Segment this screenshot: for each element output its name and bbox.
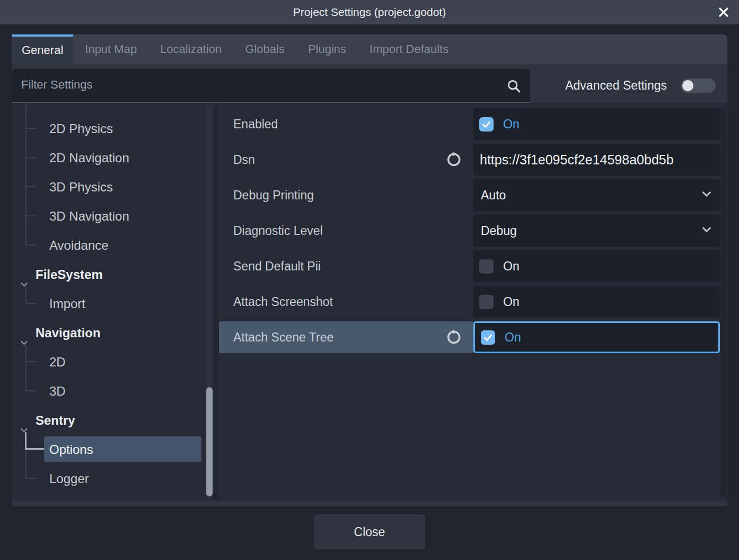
panels-region: 2D Physics 2D Navigation 3D Physics 3D N… — [12, 103, 727, 501]
setting-row-attach-screenshot: Attach Screenshot On — [219, 286, 720, 318]
setting-label: Attach Scene Tree — [233, 330, 446, 345]
scrollbar-thumb[interactable] — [206, 387, 213, 496]
revert-icon[interactable] — [446, 152, 462, 168]
close-icon[interactable] — [717, 5, 731, 19]
highlighted-label-area: Attach Scene Tree — [219, 321, 473, 353]
advanced-settings-area: Advanced Settings — [565, 69, 727, 93]
spacer — [0, 24, 739, 34]
setting-label: Debug Printing — [233, 188, 467, 203]
advanced-settings-label: Advanced Settings — [565, 78, 667, 93]
setting-label: Send Default Pii — [233, 259, 467, 274]
setting-row-dsn: Dsn https://3f1e095cf2e14598a0bd5b — [219, 144, 720, 176]
setting-label: Attach Screenshot — [233, 295, 467, 309]
setting-row-debug-printing: Debug Printing Auto — [219, 179, 720, 211]
general-tab-panel: Advanced Settings — [12, 64, 727, 506]
setting-row-attach-scene-tree: Attach Scene Tree — [219, 321, 720, 353]
tab-bar: General Input Map Localization Globals P… — [12, 34, 727, 64]
tab-localization[interactable]: Localization — [148, 34, 233, 64]
filter-row: Advanced Settings — [12, 64, 727, 103]
tree-item-avoidance[interactable]: Avoidance — [12, 231, 214, 260]
setting-label: Diagnostic Level — [233, 224, 467, 238]
send-default-pii-checkbox[interactable] — [479, 259, 494, 274]
checkbox-state-label: On — [503, 295, 520, 309]
tab-input-map[interactable]: Input Map — [73, 34, 148, 64]
tree-item-import[interactable]: Import — [12, 289, 214, 318]
chevron-down-icon — [701, 224, 712, 238]
settings-tree: 2D Physics 2D Navigation 3D Physics 3D N… — [12, 103, 214, 501]
tab-general[interactable]: General — [12, 34, 73, 64]
chevron-down-icon — [20, 270, 29, 299]
checkbox-state-label: On — [503, 117, 520, 132]
advanced-settings-toggle[interactable] — [681, 78, 716, 93]
tree-section-sentry[interactable]: Sentry — [12, 406, 214, 435]
debug-printing-dropdown[interactable]: Auto — [473, 179, 720, 211]
checkbox-state-label: On — [505, 330, 521, 345]
tree-item-options[interactable]: Options — [12, 435, 214, 464]
setting-label: Dsn — [233, 153, 446, 167]
tree-section-navigation[interactable]: Navigation — [12, 318, 214, 347]
chevron-down-icon — [701, 188, 712, 202]
settings-inspector: Enabled On Dsn — [219, 103, 727, 501]
setting-row-enabled: Enabled On — [219, 108, 720, 140]
project-settings-dialog: Project Settings (project.godot) General… — [0, 0, 739, 560]
attach-scene-tree-value-cell: On — [473, 321, 720, 353]
window-title: Project Settings (project.godot) — [293, 6, 446, 19]
footer: Close — [0, 506, 739, 560]
toggle-knob — [682, 80, 693, 91]
dsn-text-input[interactable]: https://3f1e095cf2e14598a0bd5b — [473, 144, 720, 176]
enabled-checkbox[interactable] — [479, 117, 494, 132]
setting-row-diagnostic-level: Diagnostic Level Debug — [219, 215, 720, 247]
tree-item-2d[interactable]: 2D — [12, 347, 214, 377]
close-button[interactable]: Close — [314, 514, 425, 549]
tree-item-3d-navigation[interactable]: 3D Navigation — [12, 202, 214, 231]
tab-globals[interactable]: Globals — [233, 34, 296, 64]
chevron-down-icon — [20, 328, 29, 357]
attach-scene-tree-checkbox[interactable] — [481, 330, 495, 345]
enabled-value-cell: On — [473, 108, 720, 140]
setting-row-send-default-pii: Send Default Pii On — [219, 250, 720, 282]
chevron-down-icon — [20, 416, 29, 445]
filter-settings-input[interactable] — [12, 69, 499, 101]
tab-plugins[interactable]: Plugins — [296, 34, 358, 64]
attach-screenshot-value-cell: On — [473, 286, 720, 318]
send-default-pii-value-cell: On — [473, 250, 720, 282]
revert-icon[interactable] — [446, 329, 462, 345]
titlebar: Project Settings (project.godot) — [0, 0, 739, 24]
check-icon — [481, 119, 492, 130]
search-icon — [506, 78, 522, 96]
tree-section-filesystem[interactable]: FileSystem — [12, 260, 214, 289]
tab-import-defaults[interactable]: Import Defaults — [358, 34, 460, 64]
setting-label: Enabled — [233, 117, 467, 132]
tree-item-logger[interactable]: Logger — [12, 464, 214, 493]
attach-screenshot-checkbox[interactable] — [479, 295, 494, 309]
check-icon — [482, 332, 494, 343]
diagnostic-level-dropdown[interactable]: Debug — [473, 215, 720, 247]
x-icon — [717, 6, 730, 19]
tree-item-3d[interactable]: 3D — [12, 377, 214, 406]
tree-item-2d-navigation[interactable]: 2D Navigation — [12, 143, 214, 172]
checkbox-state-label: On — [503, 259, 520, 274]
tree-item-3d-physics[interactable]: 3D Physics — [12, 172, 214, 202]
filter-settings-field — [12, 69, 530, 103]
tree-item-2d-physics[interactable]: 2D Physics — [12, 114, 214, 143]
